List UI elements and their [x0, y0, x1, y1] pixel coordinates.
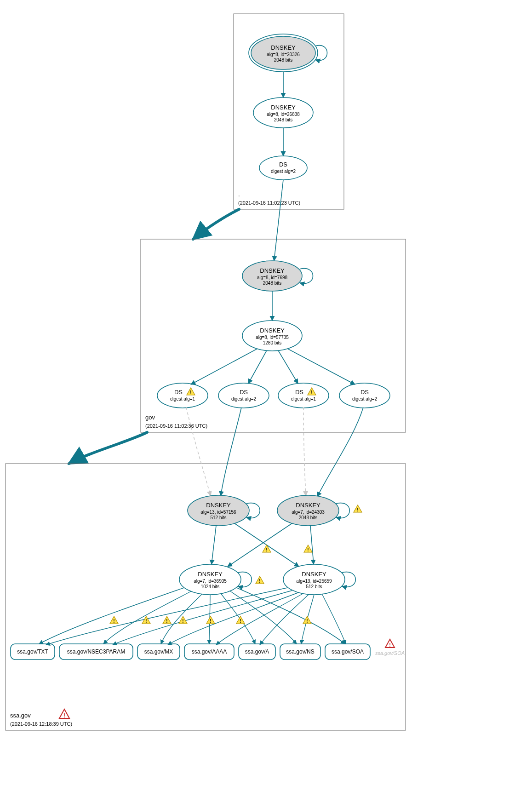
- node-root-zsk-line3: 2048 bits: [274, 117, 293, 122]
- leaf-aaaa[interactable]: ssa.gov/AAAA: [184, 644, 234, 660]
- error-icon-zone-ssa[interactable]: !: [59, 709, 69, 719]
- edge-zsk2-to-a: [260, 594, 309, 645]
- node-ssa-ksk1[interactable]: DNSKEY alg=13, id=57156 512 bits: [188, 495, 249, 526]
- node-root-ds-title: DS: [279, 161, 287, 168]
- leaf-soa-label: ssa.gov/SOA: [332, 648, 364, 655]
- node-root-ksk[interactable]: DNSKEY alg=8, id=20326 2048 bits: [249, 34, 318, 72]
- edge-zsk1-to-txt: [39, 588, 184, 644]
- node-gov-ds2[interactable]: DS digest alg=2: [218, 383, 269, 408]
- node-gov-ds1[interactable]: DS digest alg=1: [157, 383, 208, 408]
- svg-text:!: !: [113, 619, 114, 624]
- edge-gov-zsk-to-ds1: [191, 349, 257, 384]
- node-gov-ksk-line3: 2048 bits: [263, 281, 282, 286]
- edge-zsk2-to-nsec3: [113, 591, 292, 645]
- svg-text:ssa.gov/SOA: ssa.gov/SOA: [375, 650, 405, 656]
- leaf-a-label: ssa.gov/A: [245, 648, 269, 655]
- svg-text:!: !: [145, 619, 147, 624]
- node-root-ksk-line3: 2048 bits: [274, 57, 293, 63]
- node-gov-ksk-title: DNSKEY: [260, 267, 285, 274]
- node-ssa-zsk1[interactable]: DNSKEY alg=7, id=36905 1024 bits: [179, 564, 241, 595]
- warn-icon-ssa-ksk2-self[interactable]: !: [354, 505, 362, 512]
- node-gov-zsk-line2: alg=8, id=57735: [256, 335, 289, 340]
- edge-gov-zsk-to-ds3: [278, 350, 298, 384]
- node-ssa-zsk1-line3: 1024 bits: [201, 584, 220, 589]
- warn-icon-leaf-row-2[interactable]: !: [142, 616, 150, 624]
- edge-root-ds-to-gov-ksk: [274, 180, 283, 261]
- warn-icon-leaf-row-6[interactable]: !: [236, 616, 245, 624]
- edge-zsk2-to-mx: [168, 592, 299, 645]
- edge-gov-zsk-to-ds2: [248, 350, 267, 384]
- edge-delegation-root-to-gov: [193, 209, 239, 239]
- edge-delegation-gov-to-ssa: [69, 432, 147, 464]
- node-root-ksk-title: DNSKEY: [271, 44, 296, 51]
- edge-gov-ds1-to-ssa-ksk1: [186, 407, 211, 496]
- edge-root-ksk-self: [315, 46, 327, 61]
- warn-icon-leaf-row-7[interactable]: !: [303, 616, 311, 624]
- leaf-mx[interactable]: ssa.gov/MX: [137, 644, 180, 660]
- svg-text:!: !: [307, 547, 309, 552]
- edge-ssa-ksk2-to-zsk1: [228, 523, 292, 567]
- node-gov-ds2-line2: digest alg=2: [231, 396, 257, 402]
- node-gov-ds1-title: DS: [174, 389, 183, 396]
- node-ssa-ksk2-line2: alg=7, id=24303: [292, 510, 325, 515]
- warn-icon-ssa-zsk1-self[interactable]: !: [256, 576, 264, 584]
- zone-ssa-timestamp: (2021-09-16 12:18:39 UTC): [10, 721, 72, 727]
- svg-text:!: !: [357, 507, 358, 512]
- svg-text:!: !: [210, 619, 211, 624]
- warn-icon-leaf-row-4[interactable]: !: [179, 616, 187, 624]
- node-root-ds[interactable]: DS digest alg=2: [259, 156, 307, 180]
- svg-text:!: !: [389, 642, 391, 648]
- node-gov-ds4-line2: digest alg=2: [352, 396, 378, 402]
- node-gov-ksk[interactable]: DNSKEY alg=8, id=7698 2048 bits: [242, 261, 302, 291]
- svg-text:!: !: [259, 579, 260, 584]
- node-root-ds-line2: digest alg=2: [271, 169, 296, 174]
- node-gov-ds3-title: DS: [295, 389, 303, 396]
- node-ssa-zsk2-line2: alg=13, id=25659: [296, 579, 332, 584]
- edge-gov-ds4-to-ssa-ksk2: [317, 407, 363, 497]
- leaf-ns[interactable]: ssa.gov/NS: [280, 644, 320, 660]
- node-gov-ds3-line2: digest alg=1: [291, 396, 316, 402]
- svg-point-8: [157, 383, 208, 408]
- node-ssa-ksk2-line3: 2048 bits: [299, 515, 318, 520]
- svg-text:!: !: [266, 547, 267, 552]
- zone-ssa-label: ssa.gov: [10, 712, 31, 719]
- svg-point-10: [278, 383, 329, 408]
- node-root-ksk-line2: alg=8, id=20326: [267, 52, 300, 57]
- node-ssa-ksk1-title: DNSKEY: [206, 502, 231, 509]
- svg-text:!: !: [63, 712, 65, 719]
- leaf-a[interactable]: ssa.gov/A: [239, 644, 275, 660]
- node-gov-ds2-title: DS: [240, 389, 248, 396]
- node-ssa-zsk2[interactable]: DNSKEY alg=13, id=25659 512 bits: [283, 564, 345, 595]
- edge-zsk1-to-soa: [237, 588, 345, 644]
- svg-text:!: !: [166, 619, 167, 624]
- node-gov-zsk[interactable]: DNSKEY alg=8, id=57735 1280 bits: [242, 321, 302, 351]
- node-root-zsk-title: DNSKEY: [271, 104, 296, 111]
- node-gov-ds4[interactable]: DS digest alg=2: [339, 383, 390, 408]
- leaf-nsec3-label: ssa.gov/NSEC3PARAM: [67, 648, 126, 655]
- node-root-zsk[interactable]: DNSKEY alg=8, id=26838 2048 bits: [253, 98, 313, 128]
- svg-text:!: !: [306, 619, 308, 624]
- leaf-nsec3[interactable]: ssa.gov/NSEC3PARAM: [59, 644, 133, 660]
- edge-gov-ds3-to-ssa-ksk2: [303, 407, 306, 496]
- zone-root-timestamp: (2021-09-16 11:02:23 UTC): [238, 200, 300, 206]
- node-ssa-ksk2[interactable]: DNSKEY alg=7, id=24303 2048 bits: [277, 495, 339, 526]
- dnssec-auth-graph: . (2021-09-16 11:02:23 UTC) DNSKEY alg=8…: [0, 0, 532, 803]
- edge-ssa-ksk1-to-zsk1: [212, 526, 216, 564]
- error-icon-soa-ghost[interactable]: !: [385, 639, 395, 648]
- warn-icon-leaf-row-3[interactable]: !: [163, 616, 171, 624]
- warn-icon-cross-1[interactable]: !: [263, 545, 271, 552]
- zone-gov-timestamp: (2021-09-16 11:02:36 UTC): [145, 423, 207, 429]
- warn-icon-leaf-row-5[interactable]: !: [206, 616, 215, 624]
- leaf-soa[interactable]: ssa.gov/SOA: [325, 644, 370, 660]
- leaf-txt[interactable]: ssa.gov/TXT: [11, 644, 55, 660]
- edge-zsk2-to-soa: [322, 594, 346, 644]
- svg-point-4: [259, 156, 307, 180]
- edge-ssa-ksk2-to-zsk2: [310, 526, 314, 564]
- warn-icon-cross-2[interactable]: !: [304, 545, 312, 552]
- svg-text:!: !: [240, 619, 241, 624]
- svg-point-11: [339, 383, 390, 408]
- leaf-mx-label: ssa.gov/MX: [144, 648, 173, 655]
- node-gov-zsk-title: DNSKEY: [260, 327, 285, 334]
- node-gov-ds3[interactable]: DS digest alg=1: [278, 383, 329, 408]
- warn-icon-leaf-row-1[interactable]: !: [110, 616, 118, 624]
